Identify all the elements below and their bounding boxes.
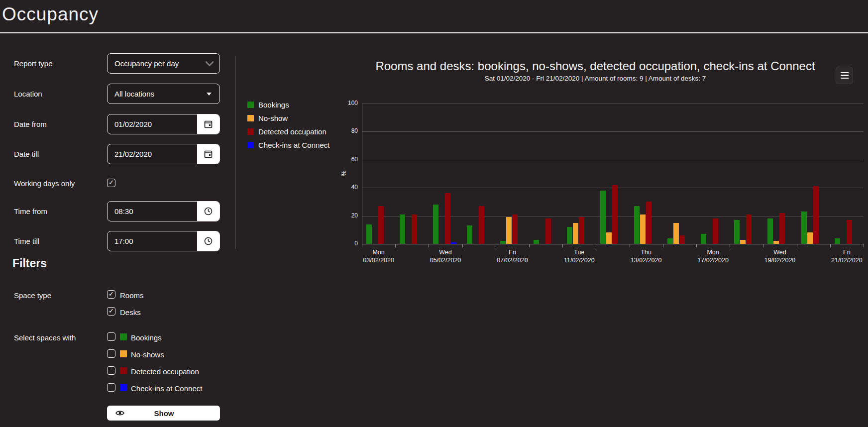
bar-detected-occupation [479,206,484,244]
x-axis-tick [529,244,530,247]
x-axis-tick [596,244,596,247]
bar-no-show [573,223,578,244]
bookings-color-swatch [120,333,127,340]
show-button[interactable]: Show [107,406,220,421]
location-select[interactable]: All locations [107,84,220,104]
working-days-checkbox[interactable]: ✓ [107,179,115,187]
filters-heading: Filters [12,257,47,270]
bar-check-ins-at-connect [451,242,456,244]
select-spaces-label: Select spaces with [14,333,76,342]
filter-noshows-label: No-shows [131,350,164,359]
x-axis-tick [730,244,730,247]
x-axis-label: Wed19/02/2020 [745,248,815,264]
caret-down-icon [207,93,212,96]
page-title: Occupancy [2,4,99,25]
legend-label-detected: Detected occupation [258,127,326,136]
bar-bookings [500,241,506,244]
x-axis-tick [562,244,563,247]
chart-context-menu-button[interactable] [836,67,853,84]
filter-checkins-checkbox[interactable] [107,383,115,392]
panel-divider [235,56,236,249]
gridline [362,131,864,132]
x-axis-label: Fri21/02/2020 [812,248,868,264]
bar-detected-occupation [545,218,551,244]
y-axis-tick-label: 80 [333,127,358,134]
filter-bookings-checkbox[interactable] [107,332,115,341]
eye-icon [115,409,125,418]
x-axis-tick [630,244,630,247]
show-button-label: Show [125,409,203,418]
bar-bookings [701,234,706,244]
x-axis-tick [830,244,831,247]
y-axis-tick-label: 0 [333,240,358,247]
bar-detected-occupation [612,185,618,244]
time-till-clock-button[interactable] [197,231,219,251]
x-axis-line [362,244,864,244]
bar-no-show [606,232,612,244]
space-type-rooms-checkbox[interactable]: ✓ [107,290,115,299]
bar-detected-occupation [679,235,685,244]
legend-item-detected[interactable]: Detected occupation [247,127,326,135]
time-from-row: Time from 08:30 [0,201,229,221]
bar-bookings [734,220,740,244]
filter-noshows-checkbox[interactable] [107,349,115,358]
header-divider [0,32,868,33]
x-axis-label: Tue11/02/2020 [544,248,614,264]
calendar-icon [204,149,213,159]
y-axis-tick-label: 40 [333,184,358,191]
x-axis-tick [763,244,763,247]
date-till-input[interactable]: 21/02/2020 [107,144,220,164]
time-from-clock-button[interactable] [197,201,219,221]
date-from-label: Date from [14,120,47,128]
location-row: Location All locations [0,84,229,104]
date-from-calendar-button[interactable] [197,114,219,134]
bar-bookings [534,240,539,244]
time-till-label: Time till [14,237,39,245]
bar-bookings [467,225,472,244]
time-till-input[interactable]: 17:00 [107,231,220,251]
y-axis-tick-label: 100 [333,100,358,107]
bar-detected-occupation [646,202,651,244]
bar-bookings [366,224,372,244]
working-days-label: Working days only [14,179,75,188]
legend-item-checkins[interactable]: Check-ins at Connect [247,141,329,149]
date-till-calendar-button[interactable] [197,144,219,164]
legend-label-bookings: Bookings [258,101,289,109]
bar-no-show [807,232,813,244]
legend-item-noshow[interactable]: No-show [247,114,288,122]
filter-detected-checkbox[interactable] [107,366,115,375]
date-from-input[interactable]: 01/02/2020 [107,114,220,134]
calendar-icon [204,119,213,129]
legend-swatch-bookings [247,102,254,108]
legend-item-bookings[interactable]: Bookings [247,101,289,108]
bar-bookings [567,227,572,244]
date-till-row: Date till 21/02/2020 [0,144,229,164]
x-axis-tick [429,244,429,247]
noshows-color-swatch [120,350,127,357]
space-type-desks-checkbox[interactable]: ✓ [107,307,115,316]
legend-swatch-detected [247,128,254,135]
report-type-label: Report type [14,59,53,68]
space-type-rooms-label: Rooms [120,291,144,300]
bar-detected-occupation [713,218,718,244]
y-axis-title: % [340,171,347,177]
clock-icon [204,236,213,246]
clock-icon [204,207,213,216]
x-axis-tick [496,244,496,247]
filter-checkins-label: Check-ins at Connect [131,384,202,393]
chevron-down-icon [206,61,214,66]
y-axis-line [362,104,362,244]
time-till-row: Time till 17:00 [0,231,229,251]
location-value: All locations [108,90,207,98]
x-axis-label: Wed05/02/2020 [411,248,480,264]
bar-no-show [773,241,779,244]
report-type-select[interactable]: Occupancy per day [107,53,220,74]
report-type-row: Report type Occupancy per day [0,53,229,74]
location-label: Location [14,90,42,98]
bar-bookings [801,212,807,244]
detected-color-swatch [120,367,127,374]
space-type-label: Space type [14,291,51,300]
x-axis-tick [797,244,797,247]
date-from-row: Date from 01/02/2020 [0,114,229,134]
time-from-input[interactable]: 08:30 [107,201,220,221]
